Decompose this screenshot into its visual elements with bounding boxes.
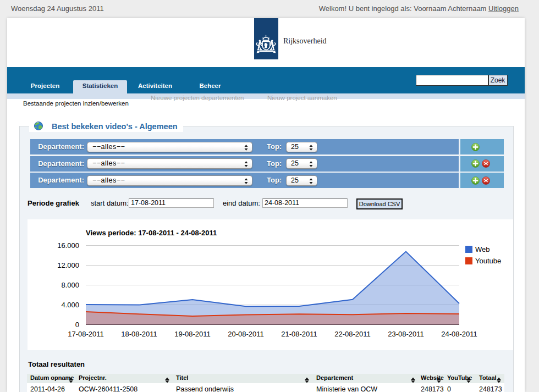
svg-text:21-08-2011: 21-08-2011 bbox=[281, 330, 317, 338]
svg-text:23-08-2011: 23-08-2011 bbox=[388, 330, 424, 338]
svg-text:0: 0 bbox=[75, 321, 79, 329]
svg-text:17-08-2011: 17-08-2011 bbox=[68, 330, 104, 338]
svg-text:18-08-2011: 18-08-2011 bbox=[121, 330, 157, 338]
svg-text:Youtube: Youtube bbox=[475, 257, 501, 265]
svg-text:12.000: 12.000 bbox=[57, 261, 79, 269]
svg-text:20-08-2011: 20-08-2011 bbox=[228, 330, 264, 338]
svg-text:Web: Web bbox=[475, 245, 490, 253]
svg-text:22-08-2011: 22-08-2011 bbox=[334, 330, 371, 338]
svg-text:8.000: 8.000 bbox=[61, 281, 79, 289]
svg-text:4.000: 4.000 bbox=[61, 301, 79, 309]
svg-text:Views periode: 17-08-2011 - 24: Views periode: 17-08-2011 - 24-08-2011 bbox=[86, 229, 217, 237]
svg-text:24-08-2011: 24-08-2011 bbox=[441, 330, 477, 338]
svg-text:16.000: 16.000 bbox=[57, 241, 79, 250]
svg-text:19-08-2011: 19-08-2011 bbox=[174, 330, 211, 338]
